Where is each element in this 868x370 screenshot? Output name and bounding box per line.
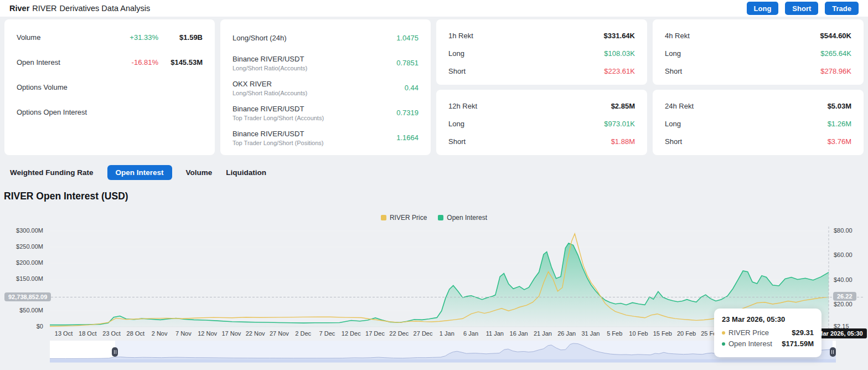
ratio-value: 0.44 [405, 84, 418, 92]
header-actions: Long Short Trade [747, 2, 859, 15]
ratio-row: Binance RIVER/USDT Top Trader Long/Short… [232, 125, 418, 150]
x-axis-tick: 5 Feb [607, 330, 622, 337]
x-axis-tick: 22 Nov [246, 330, 265, 337]
ratio-row: OKX RIVER Long/Short Ratio(Accounts) 0.4… [232, 75, 418, 100]
ratio-value: 0.7319 [396, 109, 418, 117]
rekt-short-label: Short [665, 67, 682, 75]
chart-legend: RIVER Price Open Interest [0, 214, 868, 222]
tooltip-label: Open Interest [728, 340, 782, 348]
rekt-short-label: Short [448, 137, 466, 146]
navigator-bottom-bar [50, 359, 836, 363]
rekt-short-label: Short [665, 137, 682, 146]
rekt-short-value: $223.61K [604, 67, 635, 75]
stat-change: +31.33% [120, 33, 158, 42]
market-stats-card: Volume +31.33% $1.59B Open Interest -16.… [4, 19, 215, 155]
tooltip-row-open-interest: Open Interest $171.59M [722, 340, 814, 348]
ratio-title: OKX RIVER [232, 80, 307, 88]
ratio-subtitle: Top Trader Long/Short (Positions) [232, 140, 323, 146]
legend-label: RIVER Price [390, 214, 427, 222]
right-axis-tick: $80.00 [834, 227, 852, 234]
x-axis-tick: 26 Jan [557, 330, 576, 337]
x-axis-tick: 17 Dec [365, 330, 385, 337]
stat-value: $1.59B [158, 33, 203, 42]
short-button[interactable]: Short [785, 2, 818, 15]
coin-symbol: RIVER [32, 4, 56, 13]
rekt-column-2: 4h Rekt$544.60K Long$265.64K Short$278.9… [653, 19, 864, 155]
rekt-long-value: $1.26M [828, 120, 851, 128]
tab-open-interest[interactable]: Open Interest [107, 165, 172, 180]
rekt-long-label: Long [448, 120, 464, 128]
rekt-total: $544.60K [820, 32, 851, 40]
stat-row-open-interest: Open Interest -16.81% $145.53M [17, 50, 203, 75]
legend-swatch-price [381, 215, 386, 220]
rekt-period: 24h Rekt [665, 102, 694, 110]
left-axis-tick: $300.00M [4, 227, 43, 234]
x-axis-tick: 6 Jan [463, 330, 478, 337]
rekt-period: 4h Rekt [665, 32, 690, 40]
tooltip-label: RIVER Price [728, 328, 792, 337]
page-title: RiverRIVERDerivatives Data Analysis [9, 4, 150, 13]
rekt-long-label: Long [448, 49, 464, 58]
rekt-column-1: 1h Rekt$331.64K Long$108.03K Short$223.6… [436, 19, 647, 155]
legend-label: Open Interest [447, 214, 487, 222]
long-button[interactable]: Long [747, 2, 779, 15]
ratio-subtitle: Long/Short Ratio(Accounts) [232, 90, 307, 96]
chart-tabs: Weighted Funding Rate Open Interest Volu… [10, 165, 266, 180]
chart-tooltip: 23 Mar 2026, 05:30 RIVER Price $29.31 Op… [714, 309, 822, 357]
x-axis-tick: 18 Oct [79, 330, 96, 337]
right-axis-tick: $40.00 [834, 276, 852, 283]
rekt-total: $5.03M [828, 102, 851, 110]
ratio-value: 1.1664 [396, 133, 418, 142]
x-axis-tick: 16 Jan [510, 330, 528, 337]
x-axis-tick: 11 Jan [486, 330, 504, 337]
ratio-subtitle: Long/Short Ratio(Accounts) [232, 65, 307, 71]
tab-volume[interactable]: Volume [186, 168, 213, 177]
rekt-long-label: Long [665, 49, 681, 58]
stat-change: -16.81% [120, 58, 158, 66]
open-interest-dot-icon [722, 342, 725, 346]
stats-cards-row: Volume +31.33% $1.59B Open Interest -16.… [4, 19, 864, 155]
chart-title: RIVER Open Interest (USD) [4, 191, 128, 202]
rekt-long-value: $265.64K [820, 49, 851, 58]
derivatives-dashboard: RiverRIVERDerivatives Data Analysis Long… [0, 0, 868, 370]
tab-weighted-funding-rate[interactable]: Weighted Funding Rate [10, 168, 94, 177]
ratio-row: Binance RIVER/USDT Top Trader Long/Short… [232, 100, 418, 125]
legend-item-river-price[interactable]: RIVER Price [381, 214, 427, 222]
rekt-period: 1h Rekt [448, 32, 473, 40]
left-axis-tick: $0 [4, 323, 43, 330]
rekt-short-value: $278.96K [820, 67, 851, 75]
x-axis-tick: 7 Nov [175, 330, 192, 337]
rekt-total: $2.85M [611, 102, 635, 110]
tooltip-value: $29.31 [792, 328, 814, 337]
rekt-total: $331.64K [604, 32, 635, 40]
ratio-row: Binance RIVER/USDT Long/Short Ratio(Acco… [232, 50, 418, 75]
tooltip-row-price: RIVER Price $29.31 [722, 328, 814, 337]
ratio-title: Binance RIVER/USDT [232, 130, 323, 138]
right-axis-tick: $20.00 [834, 301, 852, 307]
navigator-left-handle[interactable] [112, 347, 118, 357]
stat-label: Options Open Interest [17, 108, 120, 116]
left-axis-tick: $250.00M [4, 243, 43, 250]
stat-row-options-open-interest: Options Open Interest [17, 100, 203, 125]
legend-item-open-interest[interactable]: Open Interest [438, 214, 487, 222]
x-axis-tick: 15 Feb [653, 330, 672, 337]
x-axis-tick: 17 Nov [221, 330, 241, 337]
ratio-row: Long/Short (24h) 1.0475 [232, 25, 418, 50]
header-bar: RiverRIVERDerivatives Data Analysis Long… [0, 0, 868, 17]
x-axis-tick: 27 Dec [414, 330, 433, 337]
rekt-long-value: $108.03K [604, 49, 635, 58]
tab-liquidation[interactable]: Liquidation [226, 168, 266, 177]
open-interest-axis-badge: 92,738,852.09 [4, 292, 51, 301]
x-axis-tick: 2 Nov [152, 330, 168, 337]
stat-label: Volume [17, 33, 120, 42]
ratio-subtitle: Top Trader Long/Short (Accounts) [232, 115, 324, 121]
tooltip-value: $171.59M [782, 340, 814, 348]
trade-button[interactable]: Trade [825, 2, 859, 15]
left-axis-tick: $200.00M [4, 259, 43, 266]
x-axis-tick: 31 Jan [581, 330, 600, 337]
x-axis-tick: 20 Feb [677, 330, 696, 337]
right-axis-tick: $60.00 [834, 251, 852, 258]
tooltip-date: 23 Mar 2026, 05:30 [722, 315, 814, 323]
rekt-card-24h: 24h Rekt$5.03M Long$1.26M Short$3.76M [653, 90, 864, 155]
navigator-right-handle[interactable] [830, 347, 836, 357]
